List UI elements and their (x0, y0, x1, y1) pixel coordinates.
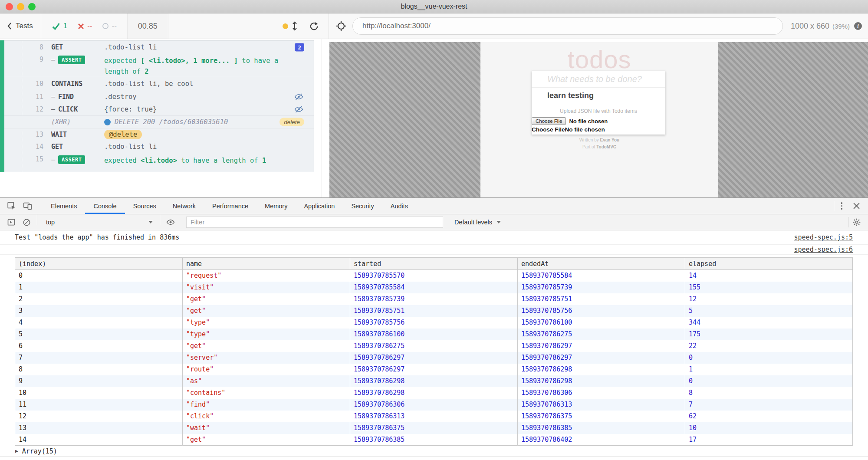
device-toolbar-icon[interactable] (20, 198, 36, 214)
viewport-size[interactable]: 1000 x 660(39%) (791, 22, 850, 31)
name-cell: "visit" (183, 282, 350, 293)
outside-viewport-right (718, 42, 868, 197)
source-link[interactable]: speed-spec.js:6 (794, 246, 853, 253)
inspect-icon[interactable] (3, 198, 20, 214)
tab-sources[interactable]: Sources (125, 198, 164, 214)
elapsed-cell: 0 (685, 352, 853, 364)
command-number: 12 (4, 105, 51, 113)
back-to-tests-button[interactable]: Tests (0, 13, 41, 39)
outside-viewport-left (329, 42, 480, 197)
selector-playground-button[interactable] (336, 21, 346, 31)
table-header-row: (index)namestartedendedAtelapsed (15, 258, 853, 270)
new-todo-input[interactable]: What needs to be done? (532, 71, 665, 87)
array-summary: Array(15) (22, 447, 57, 455)
log-levels-dropdown[interactable]: Default levels (454, 219, 501, 226)
footer-author-line: Written by Evan You (480, 137, 718, 144)
command-args: .todo-list li, be cool (104, 80, 193, 88)
endedat-cell: 1589370786402 (518, 434, 685, 446)
endedat-cell: 1589370785751 (518, 293, 685, 305)
elapsed-cell: 1 (685, 364, 853, 375)
command-args: .todo-list li (104, 143, 157, 151)
app-footer: Written by Evan You Part of TodoMVC (480, 137, 718, 151)
command-row-get[interactable]: 8 GET .todo-list li 2 (4, 41, 314, 53)
tab-audits[interactable]: Audits (382, 198, 416, 214)
index-cell: 7 (15, 352, 183, 364)
command-row-get[interactable]: 14 GET .todo-list li (4, 141, 314, 153)
close-icon[interactable] (6, 3, 13, 10)
tab-performance[interactable]: Performance (204, 198, 256, 214)
choose-file-button[interactable]: Choose File (532, 117, 566, 125)
command-args: .todo-list li (104, 43, 157, 51)
assertion-value: 1 (262, 157, 266, 164)
divider (37, 214, 37, 225)
index-cell: 4 (15, 317, 183, 329)
elapsed-cell: 22 (685, 340, 853, 352)
window-title: blogs__vue-vuex-rest (401, 3, 467, 10)
command-row-assert[interactable]: 9 –ASSERT expected [ <li.todo>, 1 more..… (4, 53, 314, 77)
caret-down-icon (148, 221, 153, 223)
endedat-cell: 1589370786375 (518, 411, 685, 422)
name-cell: "route" (183, 364, 350, 375)
child-dash: – (51, 56, 55, 64)
console-sidebar-icon[interactable] (3, 214, 19, 230)
index-cell: 14 (15, 434, 183, 446)
context-selector[interactable]: top (40, 219, 157, 226)
tab-elements[interactable]: Elements (43, 198, 85, 214)
name-cell: "type" (183, 329, 350, 340)
info-icon[interactable]: i (854, 22, 862, 30)
url-bar[interactable]: http://localhost:3000/ (352, 17, 783, 35)
close-icon[interactable] (849, 202, 864, 210)
failed-stat: -- (78, 22, 92, 30)
reload-button[interactable] (309, 21, 319, 31)
command-row-find[interactable]: 11 –FIND .destroy (4, 90, 314, 103)
tab-application[interactable]: Application (296, 198, 343, 214)
log-message: Test "loads the app" has finished in 836… (15, 233, 179, 241)
command-row-click[interactable]: 12 –CLICK {force: true} (4, 103, 314, 115)
name-cell: "get" (183, 305, 350, 317)
minimize-icon[interactable] (17, 3, 24, 10)
gear-icon[interactable] (849, 218, 865, 227)
endedat-cell: 1589370786275 (518, 329, 685, 340)
command-args: .destroy (104, 93, 137, 101)
viewport-dimensions: 1000 x 660 (791, 22, 829, 30)
source-link[interactable]: speed-spec.js:5 (794, 233, 853, 241)
started-cell: 1589370786100 (350, 329, 518, 340)
console-toolbar: top Default levels (0, 214, 868, 230)
command-row-wait[interactable]: 13 WAIT @delete (4, 128, 314, 141)
eye-icon[interactable] (163, 214, 178, 230)
started-cell: 1589370786385 (350, 434, 518, 446)
auto-scroll-toggle[interactable] (283, 21, 298, 31)
name-cell: "type" (183, 317, 350, 329)
command-row-assert[interactable]: 15 –ASSERT expected <li.todo> to have a … (4, 153, 314, 172)
reporter-header: Tests 1 -- -- 00.85 (0, 13, 329, 39)
console-messages: Test "loads the app" has finished in 836… (0, 230, 868, 457)
console-log-row: Test "loads the app" has finished in 836… (0, 230, 868, 245)
elements-count-badge: 2 (295, 43, 304, 51)
command-row-xhr[interactable]: (XHR) DELETE 200 /todos/6036035610 delet… (4, 115, 314, 128)
started-cell: 1589370786297 (350, 352, 518, 364)
kebab-menu-icon[interactable] (836, 202, 848, 210)
devtools-tab-bar: ElementsConsoleSourcesNetworkPerformance… (0, 198, 868, 214)
tab-console[interactable]: Console (85, 198, 125, 214)
tab-security[interactable]: Security (343, 198, 382, 214)
zoom-icon[interactable] (28, 3, 36, 10)
disclosure-triangle-icon[interactable]: ▶ (15, 448, 18, 454)
table-row: 11"find"158937078630615893707863137 (15, 399, 853, 411)
child-dash: – (51, 156, 55, 164)
started-cell: 1589370786297 (350, 364, 518, 375)
tab-network[interactable]: Network (164, 198, 204, 214)
command-row-contains[interactable]: 10 CONTAINS .todo-list li, be cool (4, 77, 314, 90)
array-summary-row[interactable]: ▶ Array(15) (0, 446, 868, 457)
todo-list-item[interactable]: learn testing (532, 87, 665, 104)
endedat-cell: 1589370786313 (518, 399, 685, 411)
tab-memory[interactable]: Memory (256, 198, 296, 214)
table-row: 14"get"1589370786385158937078640217 (15, 434, 853, 446)
xhr-dot-icon (104, 119, 111, 125)
filter-input[interactable] (186, 217, 443, 228)
command-method: GET (51, 43, 104, 51)
command-number: 10 (4, 80, 51, 88)
console-table: (index)namestartedendedAtelapsed 0"reque… (15, 257, 853, 446)
clear-console-icon[interactable] (19, 214, 34, 230)
table-row: 13"wait"1589370786375158937078638510 (15, 422, 853, 434)
assertion-text: expected [ <li.todo>, 1 more... ] to hav… (104, 56, 292, 77)
